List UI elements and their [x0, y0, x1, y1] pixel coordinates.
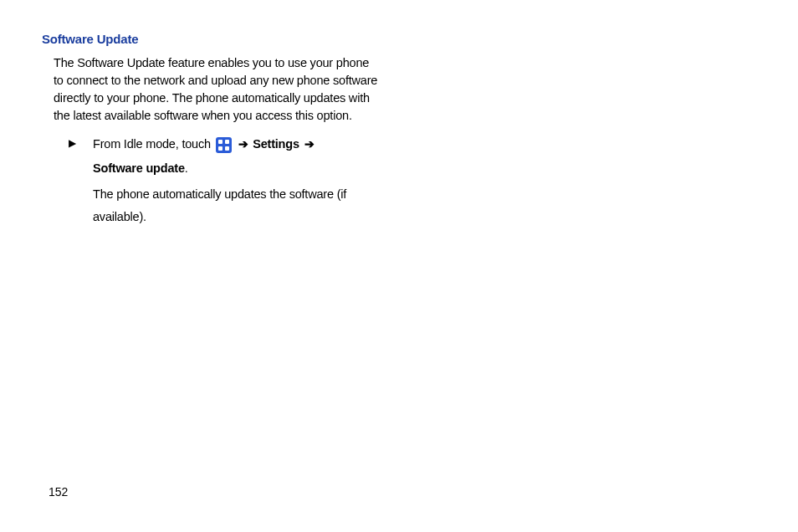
arrow-icon: ➔: [304, 137, 315, 151]
step-block: ▶ From Idle mode, touch ➔ Settings ➔ Sof…: [69, 135, 378, 228]
step-line-2: Software update.: [93, 159, 378, 178]
period: .: [185, 161, 188, 175]
apps-grid-icon: [216, 137, 232, 153]
arrow-icon: ➔: [238, 137, 248, 151]
result-text: The phone automatically updates the soft…: [93, 183, 378, 228]
page-number: 152: [49, 485, 68, 499]
settings-label: Settings: [253, 137, 299, 151]
step-line-1: From Idle mode, touch ➔ Settings ➔: [93, 135, 378, 154]
software-update-label: Software update: [93, 161, 185, 175]
section-heading: Software Update: [42, 32, 756, 46]
step-content: From Idle mode, touch ➔ Settings ➔ Softw…: [93, 135, 378, 228]
step-prefix: From Idle mode, touch: [93, 137, 214, 151]
bullet-marker: ▶: [69, 137, 76, 149]
step-row: ▶ From Idle mode, touch ➔ Settings ➔ Sof…: [69, 135, 378, 228]
intro-paragraph: The Software Update feature enables you …: [54, 54, 380, 125]
